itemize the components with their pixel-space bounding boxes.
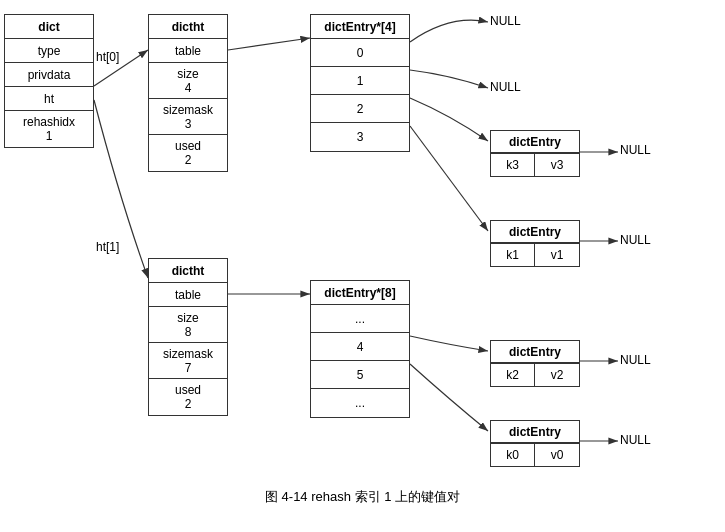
dictht0-table: table <box>149 39 227 63</box>
entry-k0v0-key: k0 <box>491 444 535 466</box>
dict-label: dict <box>5 15 93 39</box>
dictht0: dictht table size 4 sizemask 3 used 2 <box>148 14 228 172</box>
array0-1: 1 <box>311 67 409 95</box>
dictht0-used: used 2 <box>149 135 227 171</box>
dict-struct: dict type privdata ht rehashidx 1 <box>4 14 94 148</box>
array0: dictEntry*[4] 0 1 2 3 <box>310 14 410 152</box>
array1-dots1: ... <box>311 305 409 333</box>
null-top: NULL <box>490 14 521 28</box>
entry-k2v2-key: k2 <box>491 364 535 386</box>
array1-4: 4 <box>311 333 409 361</box>
null-mid: NULL <box>490 80 521 94</box>
entry-k3v3-val: v3 <box>535 154 579 176</box>
null-k3v3: NULL <box>620 143 651 157</box>
entry-k1v1-val: v1 <box>535 244 579 266</box>
entry-k3v3-key: k3 <box>491 154 535 176</box>
dictht1-table: table <box>149 283 227 307</box>
array1-dots2: ... <box>311 389 409 417</box>
diagram-caption: 图 4-14 rehash 索引 1 上的键值对 <box>0 488 725 506</box>
array1-5: 5 <box>311 361 409 389</box>
array0-label: dictEntry*[4] <box>311 15 409 39</box>
dict-type: type <box>5 39 93 63</box>
dictht0-label: dictht <box>149 15 227 39</box>
ht0-label: ht[0] <box>96 50 119 64</box>
entry-k3v3-label: dictEntry <box>491 131 579 153</box>
diagram: dict type privdata ht rehashidx 1 ht[0] … <box>0 0 725 510</box>
entry-k0v0-val: v0 <box>535 444 579 466</box>
entry-k1v1-key: k1 <box>491 244 535 266</box>
dictht1: dictht table size 8 sizemask 7 used 2 <box>148 258 228 416</box>
array1: dictEntry*[8] ... 4 5 ... <box>310 280 410 418</box>
entry-k1v1: dictEntry k1 v1 <box>490 220 580 267</box>
dictht1-size: size 8 <box>149 307 227 343</box>
entry-k0v0-label: dictEntry <box>491 421 579 443</box>
entry-k1v1-label: dictEntry <box>491 221 579 243</box>
array0-2: 2 <box>311 95 409 123</box>
dictht1-used: used 2 <box>149 379 227 415</box>
entry-k3v3: dictEntry k3 v3 <box>490 130 580 177</box>
dictht1-label: dictht <box>149 259 227 283</box>
array0-0: 0 <box>311 39 409 67</box>
dict-rehashidx: rehashidx 1 <box>5 111 93 147</box>
entry-k2v2-val: v2 <box>535 364 579 386</box>
dictht0-size: size 4 <box>149 63 227 99</box>
array0-3: 3 <box>311 123 409 151</box>
dictht0-sizemask: sizemask 3 <box>149 99 227 135</box>
caption-text: 图 4-14 rehash 索引 1 上的键值对 <box>265 489 460 504</box>
dict-ht: ht <box>5 87 93 111</box>
dict-privdata: privdata <box>5 63 93 87</box>
array1-label: dictEntry*[8] <box>311 281 409 305</box>
dictht1-sizemask: sizemask 7 <box>149 343 227 379</box>
entry-k0v0: dictEntry k0 v0 <box>490 420 580 467</box>
entry-k2v2: dictEntry k2 v2 <box>490 340 580 387</box>
null-k1v1: NULL <box>620 233 651 247</box>
entry-k2v2-label: dictEntry <box>491 341 579 363</box>
ht1-label: ht[1] <box>96 240 119 254</box>
null-k2v2: NULL <box>620 353 651 367</box>
null-k0v0: NULL <box>620 433 651 447</box>
